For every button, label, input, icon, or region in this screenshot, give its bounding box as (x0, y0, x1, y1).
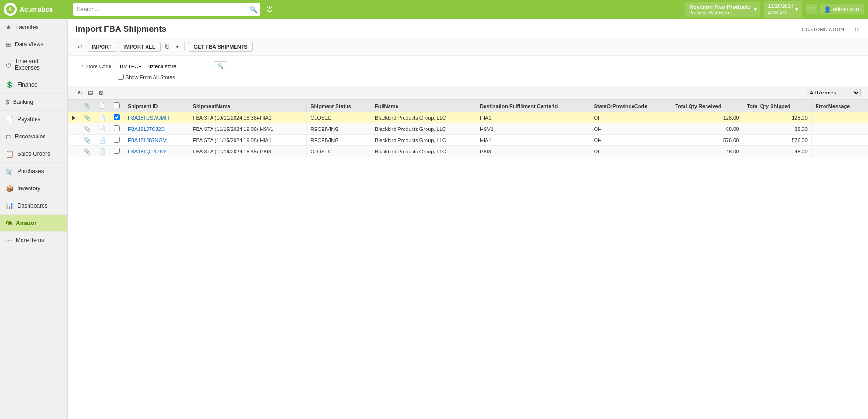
search-input[interactable] (73, 3, 260, 16)
show-from-all-stores-label: Show From All Stores (125, 74, 175, 80)
row-indicator-cell: ▶ (68, 112, 80, 123)
get-fba-shipments-button[interactable]: GET FBA SHIPMENTS (189, 42, 253, 52)
col-shipment-status[interactable]: Shipment Status (307, 100, 371, 112)
customization-button[interactable]: CUSTOMIZATION (800, 26, 846, 33)
sidebar-item-inventory[interactable]: 📦 Inventory (0, 180, 67, 197)
data-views-icon: ⊞ (6, 41, 11, 48)
col-total-qty-shipped[interactable]: Total Qty Shipped (743, 100, 812, 112)
row-select-checkbox[interactable] (114, 125, 120, 131)
sidebar-item-time-expenses[interactable]: ◷ Time and Expenses (0, 53, 67, 76)
records-dropdown[interactable]: All Records Selected Records (806, 88, 861, 97)
store-code-input[interactable] (117, 62, 210, 71)
purchases-icon: 🛒 (6, 167, 14, 175)
row-attachment-cell[interactable]: 📎 (80, 135, 95, 146)
col-error-message[interactable]: ErrorMessage (811, 100, 868, 112)
table-row: 📎 📄 FBA18LJ7CJ2D FBA STA (11/15/2024 19:… (68, 123, 868, 135)
user-avatar-icon: 👤 (824, 6, 831, 13)
sidebar-item-dashboards[interactable]: 📊 Dashboards (0, 197, 67, 215)
row-indicator-cell (68, 135, 80, 146)
shipment-id-link[interactable]: FBA18LJ87NGM (128, 137, 167, 143)
sidebar-item-receivables[interactable]: ◻ Receivables (0, 128, 67, 145)
row-attachment-cell[interactable]: 📎 (80, 112, 95, 123)
row-attachment-cell[interactable]: 📎 (80, 146, 95, 157)
row-note-cell[interactable]: 📄 (95, 123, 110, 135)
row-select-checkbox[interactable] (114, 137, 120, 143)
sidebar-item-banking[interactable]: $ Banking (0, 94, 67, 111)
col-shipment-id[interactable]: Shipment ID (124, 100, 189, 112)
row-error-message-cell (811, 146, 868, 157)
row-checkbox-cell[interactable] (110, 112, 124, 123)
row-indicator-cell (68, 146, 80, 157)
row-attachment-cell[interactable]: 📎 (80, 123, 95, 135)
shipment-id-link[interactable]: FBA18HJSWJMH (128, 115, 169, 121)
col-note[interactable]: 📄 (95, 100, 110, 112)
refresh-dropdown-button[interactable]: ▾ (174, 41, 181, 52)
sidebar-label-dashboards: Dashboards (17, 202, 48, 209)
grid-body: ▶ 📎 📄 FBA18HJSWJMH FBA STA (10/11/2024 1… (68, 112, 868, 157)
sidebar-item-amazon[interactable]: 🛍 Amazon (0, 215, 67, 232)
user-label: admin adm (833, 6, 861, 13)
row-checkbox-cell[interactable] (110, 146, 124, 157)
content-area: Import FBA Shipments CUSTOMIZATION TO ↩ … (68, 19, 868, 419)
row-total-qty-received-cell: 48.00 (671, 146, 743, 157)
store-code-search-button[interactable]: 🔍 (214, 61, 227, 71)
table-row: 📎 📄 FBA18LQT4ZSY FBA STA (11/19/2024 18:… (68, 146, 868, 157)
row-total-qty-shipped-cell: 88.00 (743, 123, 812, 135)
row-select-checkbox[interactable] (114, 148, 120, 154)
row-total-qty-received-cell: 128.00 (671, 112, 743, 123)
col-state-province[interactable]: StateOrProvinceCode (590, 100, 671, 112)
import-all-button[interactable]: IMPORT ALL (119, 42, 161, 52)
row-dest-fulfillment-cell: PBI3 (476, 146, 590, 157)
col-select-all[interactable] (110, 100, 124, 112)
to-button[interactable]: TO (850, 26, 861, 33)
sidebar-item-finance[interactable]: 💲 Finance (0, 76, 67, 94)
col-shipment-name[interactable]: ShipmentName (189, 100, 306, 112)
sidebar-label-finance: Finance (17, 81, 37, 88)
show-from-all-stores-checkbox[interactable] (118, 74, 124, 80)
grid-header-row: 📎 📄 Shipment ID ShipmentName Shipment St… (68, 100, 868, 112)
row-full-name-cell: Blackbird Products Group, LLC (371, 112, 476, 123)
grid-refresh-button[interactable]: ↻ (75, 88, 84, 97)
logo-area[interactable]: A Acumatica (4, 3, 69, 16)
row-checkbox-cell[interactable] (110, 123, 124, 135)
user-button[interactable]: 👤 admin adm (820, 4, 864, 14)
sidebar-item-more-items[interactable]: ⋯ More Items (0, 232, 67, 249)
sidebar-item-data-views[interactable]: ⊞ Data Views (0, 36, 67, 53)
row-shipment-id-cell: FBA18LQT4ZSY (124, 146, 189, 157)
refresh-button[interactable]: ↻ (162, 41, 172, 52)
undo-button[interactable]: ↩ (75, 41, 85, 52)
select-all-checkbox[interactable] (114, 102, 120, 108)
toolbar: ↩ IMPORT IMPORT ALL ↻ ▾ GET FBA SHIPMENT… (68, 38, 868, 56)
row-full-name-cell: Blackbird Products Group, LLC (371, 135, 476, 146)
import-button[interactable]: IMPORT (87, 42, 117, 52)
help-button[interactable]: ? (806, 4, 817, 14)
row-note-cell[interactable]: 📄 (95, 112, 110, 123)
row-total-qty-received-cell: 88.00 (671, 123, 743, 135)
sidebar-item-sales-orders[interactable]: 📋 Sales Orders (0, 145, 67, 163)
shipment-id-link[interactable]: FBA18LQT4ZSY (128, 149, 167, 154)
row-note-cell[interactable]: 📄 (95, 146, 110, 157)
col-attachment[interactable]: 📎 (80, 100, 95, 112)
page-title: Import FBA Shipments (75, 24, 166, 34)
sidebar-item-purchases[interactable]: 🛒 Purchases (0, 163, 67, 180)
grid-export-button[interactable]: ⊠ (97, 88, 106, 97)
search-button[interactable]: 🔍 (250, 6, 257, 13)
sidebar-item-payables[interactable]: 📄 Payables (0, 111, 67, 128)
datetime-selector[interactable]: 12/25/2024 4:03 AM ▾ (764, 1, 802, 18)
row-full-name-cell: Blackbird Products Group, LLC (371, 146, 476, 157)
company-selector[interactable]: Revision Two Products Products Wholesale… (685, 2, 760, 17)
col-dest-fulfillment[interactable]: Destination Fulfillment CenterId (476, 100, 590, 112)
row-dest-fulfillment-cell: HIA1 (476, 135, 590, 146)
col-total-qty-received[interactable]: Total Qty Received (671, 100, 743, 112)
row-checkbox-cell[interactable] (110, 135, 124, 146)
sidebar-label-banking: Banking (13, 99, 33, 105)
grid-fit-columns-button[interactable]: ⊟ (86, 88, 95, 97)
shipment-id-link[interactable]: FBA18LJ7CJ2D (128, 126, 165, 132)
row-select-checkbox[interactable] (114, 114, 120, 120)
banking-icon: $ (6, 98, 9, 106)
col-full-name[interactable]: FullName (371, 100, 476, 112)
row-note-cell[interactable]: 📄 (95, 135, 110, 146)
history-button[interactable]: ⏱ (264, 3, 275, 15)
sidebar-item-favorites[interactable]: ★ Favorites (0, 19, 67, 36)
row-indicator-cell (68, 123, 80, 135)
